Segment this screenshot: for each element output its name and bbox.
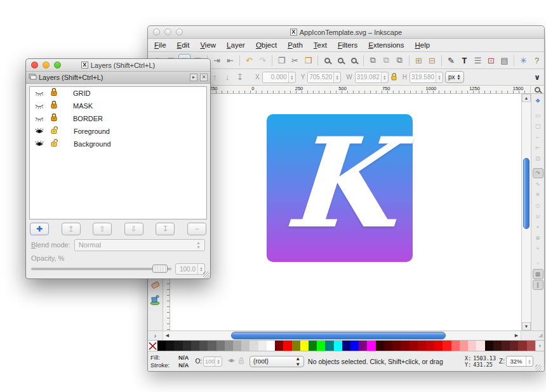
color-swatch[interactable] xyxy=(275,341,283,351)
color-swatch[interactable] xyxy=(166,341,174,351)
layer-unlocked-icon[interactable] xyxy=(50,138,58,150)
menu-view[interactable]: View xyxy=(200,41,216,49)
xml-editor-icon[interactable]: ⊡ xyxy=(485,54,497,67)
horizontal-ruler[interactable]: -2500250500750100012501500 xyxy=(170,86,530,93)
color-swatch[interactable] xyxy=(191,341,199,351)
toolbar-overflow-chevron-icon[interactable]: ∨ xyxy=(534,73,540,82)
undo-icon[interactable]: ↶ xyxy=(243,54,255,67)
layer-hidden-eye-icon[interactable] xyxy=(35,113,44,124)
canvas[interactable]: K xyxy=(170,94,521,330)
snap-object-centers-icon[interactable]: ⊕ xyxy=(533,233,543,243)
color-swatch[interactable] xyxy=(183,341,191,351)
width-field[interactable]: 319.082▲▼ xyxy=(355,72,389,83)
duplicate-icon[interactable]: ⧉ xyxy=(367,54,379,67)
snap-bbox-corners-icon[interactable]: ⌐ xyxy=(533,132,543,142)
color-swatch[interactable] xyxy=(267,341,275,351)
snap-page-border-icon[interactable]: ▫ xyxy=(533,258,543,268)
snap-cusp-nodes-icon[interactable]: ◇ xyxy=(533,200,543,211)
app-icon-artwork[interactable]: K xyxy=(267,114,413,262)
paint-bucket-tool-icon[interactable] xyxy=(149,293,163,307)
color-swatch[interactable] xyxy=(451,341,460,351)
menu-edit[interactable]: Edit xyxy=(177,41,190,49)
snap-grids-icon[interactable]: ▦ xyxy=(533,269,543,279)
y-field[interactable]: 705.520▲▼ xyxy=(307,72,341,83)
cut-icon[interactable]: ✂ xyxy=(289,54,301,67)
layer-locked-icon[interactable] xyxy=(50,100,58,112)
add-layer-button[interactable]: ✚ xyxy=(30,223,49,235)
menu-object[interactable]: Object xyxy=(256,41,277,49)
main-title-bar[interactable]: X AppIconTemplate.svg – Inkscape xyxy=(148,26,544,39)
layer-unlocked-icon[interactable] xyxy=(50,126,58,137)
snap-bbox-edge-midpoints-icon[interactable]: ⊢ xyxy=(533,143,543,153)
layer-visible-eye-icon[interactable] xyxy=(35,138,44,150)
opacity-slider-thumb[interactable] xyxy=(152,265,168,273)
lower-layer-to-bottom-button[interactable]: ↧ xyxy=(156,223,175,235)
close-dialog-icon[interactable]: ✕ xyxy=(200,74,208,81)
lower-icon[interactable]: ↓ xyxy=(222,72,232,82)
unlink-clone-icon[interactable]: ⧉ xyxy=(394,54,406,67)
layer-name[interactable]: Background xyxy=(74,140,111,148)
preferences-icon[interactable]: ✳ xyxy=(517,54,529,67)
layer-row[interactable]: Foreground xyxy=(30,125,206,138)
copy-icon[interactable]: ❐ xyxy=(276,54,288,67)
scroll-down-icon[interactable]: ▼ xyxy=(522,322,531,330)
clone-icon[interactable]: ⧉ xyxy=(380,54,392,67)
layer-name[interactable]: MASK xyxy=(73,102,93,110)
color-swatch[interactable] xyxy=(401,341,409,351)
import-icon[interactable]: ⇥ xyxy=(211,54,223,67)
zoom-page-icon[interactable] xyxy=(348,54,360,67)
palette-scroll-left-icon[interactable]: ‹ xyxy=(535,341,544,351)
layers-dialog-icon[interactable]: ▤ xyxy=(498,54,510,67)
color-swatch[interactable] xyxy=(309,341,317,351)
layer-hidden-eye-icon[interactable] xyxy=(35,100,44,112)
redo-icon[interactable]: ↷ xyxy=(256,54,269,67)
raise-layer-to-top-button[interactable]: ↥ xyxy=(62,223,81,235)
color-swatch[interactable] xyxy=(317,341,325,351)
menu-file[interactable]: File xyxy=(154,41,166,49)
color-swatch[interactable] xyxy=(485,341,493,351)
ruler-zoom-icon[interactable] xyxy=(530,86,544,93)
color-swatch[interactable] xyxy=(376,341,384,351)
layer-hidden-eye-icon[interactable] xyxy=(35,88,44,99)
snap-smooth-nodes-icon[interactable]: ∪ xyxy=(533,211,543,221)
raise-icon[interactable]: ↑ xyxy=(210,72,220,82)
snap-midpoints-icon[interactable]: • xyxy=(533,222,543,232)
layer-name[interactable]: GRID xyxy=(73,89,91,97)
dialog-resize-grip[interactable] xyxy=(203,271,210,278)
lock-aspect-icon[interactable] xyxy=(390,72,397,82)
color-swatch[interactable] xyxy=(258,341,267,351)
layer-name[interactable]: Foreground xyxy=(74,127,110,135)
color-swatch[interactable] xyxy=(384,341,392,351)
layer-locked-icon[interactable] xyxy=(50,88,58,99)
color-swatch[interactable] xyxy=(359,341,367,351)
menu-filters[interactable]: Filters xyxy=(338,41,357,49)
color-swatch[interactable] xyxy=(199,341,208,351)
horizontal-scroll-thumb[interactable] xyxy=(231,332,446,339)
blend-mode-select[interactable]: Normal ▲▼ xyxy=(74,239,205,251)
export-icon[interactable]: ⇤ xyxy=(224,54,236,67)
zoom-level-spinbox[interactable]: 32% ▲▼ xyxy=(506,356,533,367)
zoom-selection-icon[interactable] xyxy=(321,54,333,67)
color-swatch[interactable] xyxy=(443,341,451,351)
color-swatch[interactable] xyxy=(418,341,426,351)
snap-bbox-edges-icon[interactable]: ▢ xyxy=(533,121,543,131)
snap-path-intersections-icon[interactable]: ✕ xyxy=(533,190,543,200)
height-field[interactable]: 319.580▲▼ xyxy=(410,72,443,83)
layer-visibility-icon[interactable] xyxy=(227,358,236,365)
units-dropdown[interactable]: px ▲▼ xyxy=(445,71,464,83)
align-dialog-icon[interactable]: ☰ xyxy=(472,54,484,67)
menu-path[interactable]: Path xyxy=(288,41,303,49)
paste-icon[interactable]: ❒ xyxy=(302,54,314,67)
scroll-right-icon[interactable]: ▶ xyxy=(512,331,521,340)
scroll-up-icon[interactable]: ▲ xyxy=(522,94,531,102)
color-swatch[interactable] xyxy=(493,341,502,351)
eraser-tool-icon[interactable] xyxy=(149,279,163,293)
color-swatch[interactable] xyxy=(325,341,333,351)
opacity-slider[interactable] xyxy=(31,268,171,270)
text-dialog-icon[interactable]: T xyxy=(458,54,470,67)
color-swatch[interactable] xyxy=(157,341,166,351)
scroll-left-icon[interactable]: ◀ xyxy=(163,331,171,340)
color-swatch[interactable] xyxy=(292,341,300,351)
x-field[interactable]: 0.000▲▼ xyxy=(262,72,296,83)
window-resize-grip[interactable] xyxy=(535,365,542,371)
